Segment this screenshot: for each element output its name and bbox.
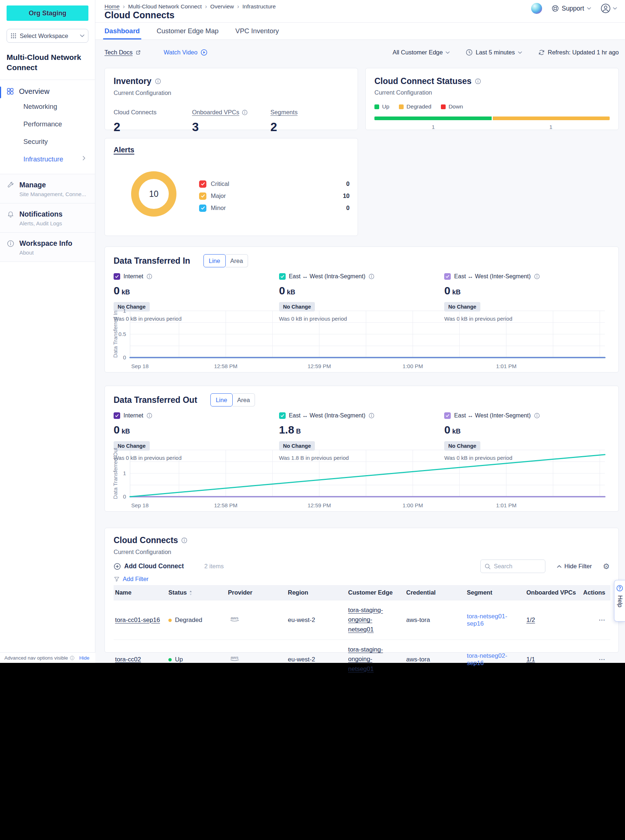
support-menu[interactable]: Support: [552, 5, 591, 12]
watch-video-link[interactable]: Watch Video: [164, 49, 207, 56]
check-icon: [115, 274, 119, 279]
tab-vpc-inventory[interactable]: VPC Inventory: [235, 23, 279, 39]
sidebar-item-notifications[interactable]: Notifications Alerts, Audit Logs: [0, 203, 95, 232]
area-toggle-button[interactable]: Area: [226, 254, 248, 267]
info-icon[interactable]: [368, 413, 375, 419]
stat-label-link[interactable]: Segments: [270, 109, 349, 116]
inter-segment-checkbox[interactable]: [444, 273, 451, 280]
sidebar-item-performance[interactable]: Performance: [0, 115, 95, 133]
col-onboarded-vpcs[interactable]: Onboarded VPCs: [525, 585, 579, 601]
onboarded-vpcs-link[interactable]: 1/2: [526, 616, 535, 623]
info-icon[interactable]: [368, 273, 375, 279]
table-settings-gear-icon[interactable]: ⚙: [603, 562, 609, 570]
inter-segment-checkbox[interactable]: [444, 412, 451, 419]
refresh-button[interactable]: Refresh: Updated 1 hr ago: [538, 49, 619, 56]
support-label: Support: [562, 5, 584, 12]
region-cell: eu-west-2: [286, 601, 347, 640]
info-icon[interactable]: [146, 413, 152, 419]
info-icon[interactable]: [155, 78, 161, 84]
assistant-orb-icon[interactable]: [531, 3, 542, 14]
plus-circle-icon: [113, 563, 121, 570]
intra-segment-checkbox[interactable]: [279, 273, 286, 280]
org-badge[interactable]: Org Staging: [6, 5, 89, 21]
customer-edge-link[interactable]: tora-staging-ongoing-netseg01: [348, 606, 395, 634]
bar-value-labels: 1 1: [375, 124, 609, 130]
stat-label-link[interactable]: Onboarded VPCs: [192, 109, 271, 116]
critical-checkbox[interactable]: [199, 180, 207, 188]
line-toggle-button[interactable]: Line: [210, 393, 233, 407]
internet-checkbox[interactable]: [113, 412, 120, 419]
connects-title: Cloud Connects: [113, 536, 178, 545]
data-out-title: Data Transferred Out: [113, 395, 197, 405]
bar-segment-degraded[interactable]: [493, 116, 610, 120]
hide-filter-button[interactable]: Hide Filter: [557, 563, 592, 570]
svg-text:Sep 18: Sep 18: [131, 502, 149, 508]
info-icon[interactable]: [181, 537, 187, 543]
col-customer-edge[interactable]: Customer Edge: [347, 585, 405, 601]
info-icon[interactable]: [146, 273, 152, 279]
line-toggle-button[interactable]: Line: [204, 254, 226, 267]
row-actions-menu[interactable]: ⋯: [579, 640, 610, 679]
customer-edge-filter-label: All Customer Edge: [393, 49, 443, 56]
col-name[interactable]: Name: [113, 585, 167, 601]
external-link-icon: [135, 50, 141, 56]
sidebar-item-manage[interactable]: Manage Site Management, Conne...: [0, 174, 95, 203]
search-box[interactable]: [480, 559, 546, 573]
sidebar-item-networking[interactable]: Networking: [0, 98, 95, 115]
onboarded-vpcs-link[interactable]: 1/1: [526, 656, 535, 663]
bar-segment-up[interactable]: [375, 116, 492, 120]
user-menu[interactable]: [600, 3, 617, 14]
inventory-subtitle: Current Configuration: [113, 90, 349, 96]
internet-checkbox[interactable]: [113, 273, 120, 280]
segment-link[interactable]: tora-netseg01-sep16: [467, 613, 507, 627]
sidebar-item-infrastructure[interactable]: Infrastructure: [0, 151, 95, 168]
row-actions-menu[interactable]: ⋯: [579, 601, 610, 640]
chevron-down-icon: [518, 51, 522, 54]
sidebar-item-security[interactable]: Security: [0, 133, 95, 151]
sidebar-item-workspace-info[interactable]: Workspace Info About: [0, 232, 95, 262]
col-segment[interactable]: Segment: [465, 585, 525, 601]
connect-name-link[interactable]: tora-cc02: [115, 656, 141, 663]
col-status[interactable]: Status: [167, 585, 227, 601]
sidebar-item-label: Overview: [19, 87, 49, 96]
time-range-dropdown[interactable]: Last 5 minutes: [466, 49, 522, 56]
customer-edge-link[interactable]: tora-staging-ongoing-netseg01: [348, 645, 395, 674]
col-provider[interactable]: Provider: [227, 585, 286, 601]
workspace-selector[interactable]: Select Workspace: [6, 29, 89, 43]
customer-edge-filter-dropdown[interactable]: All Customer Edge: [393, 49, 450, 56]
breadcrumb-item[interactable]: Multi-Cloud Network Connect: [128, 3, 202, 10]
tech-docs-label: Tech Docs: [104, 49, 132, 56]
tab-customer-edge-map[interactable]: Customer Edge Map: [157, 23, 219, 39]
search-input[interactable]: [494, 563, 538, 570]
info-icon[interactable]: [534, 273, 540, 279]
add-filter-button[interactable]: Add Filter: [113, 576, 149, 582]
major-checkbox[interactable]: [199, 193, 207, 200]
add-cloud-connect-button[interactable]: Add Cloud Connect: [113, 562, 184, 570]
info-icon[interactable]: [242, 110, 248, 115]
alerts-title-link[interactable]: Alerts: [113, 146, 134, 154]
segment-link[interactable]: tora-netseg02-sep16: [467, 652, 507, 666]
breadcrumb-item[interactable]: Infrastructure: [243, 3, 276, 10]
sidebar-item-overview[interactable]: Overview: [0, 80, 95, 98]
area-toggle-button[interactable]: Area: [233, 393, 255, 407]
help-tab[interactable]: Help: [614, 580, 625, 622]
intra-segment-checkbox[interactable]: [279, 412, 286, 419]
tab-dashboard[interactable]: Dashboard: [104, 23, 140, 39]
minor-checkbox[interactable]: [199, 205, 207, 212]
info-icon[interactable]: [534, 413, 540, 419]
check-icon: [445, 274, 450, 279]
clock-icon: [466, 49, 473, 56]
sort-icon[interactable]: [189, 590, 193, 596]
col-region[interactable]: Region: [286, 585, 347, 601]
chevron-down-icon: [613, 7, 617, 10]
alert-minor-row: Minor 0: [199, 202, 350, 214]
breadcrumb-home[interactable]: Home: [104, 3, 120, 10]
col-credential[interactable]: Credential: [405, 585, 465, 601]
info-icon[interactable]: [475, 78, 481, 84]
tech-docs-link[interactable]: Tech Docs: [104, 49, 141, 56]
hide-advanced-nav-link[interactable]: Hide: [79, 655, 90, 661]
breadcrumb-item[interactable]: Overview: [210, 3, 234, 10]
connect-name-link[interactable]: tora-cc01-sep16: [115, 616, 160, 623]
advanced-nav-bar: Advanced nav options visible Hide: [0, 652, 95, 663]
legend-up: Up: [375, 103, 389, 110]
